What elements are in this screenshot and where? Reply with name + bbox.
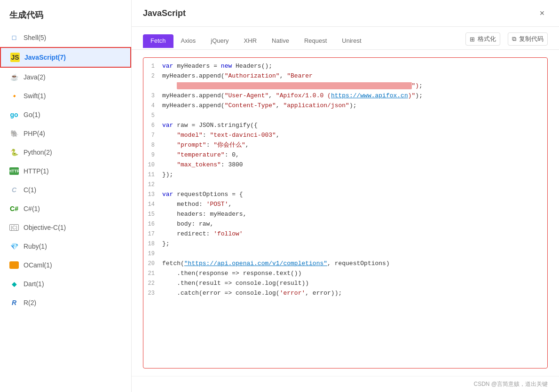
sidebar-item-objc[interactable]: |C| Objective-C(1) <box>0 218 131 237</box>
sidebar-item-swift[interactable]: 🔸 Swift(1) <box>0 86 131 105</box>
sidebar-item-python[interactable]: 🐍 Python(2) <box>0 143 131 162</box>
code-line-4: 4 myHeaders.append("Content-Type", "appl… <box>143 101 547 111</box>
go-icon: go <box>9 110 19 119</box>
ruby-icon: 💎 <box>9 242 19 251</box>
code-line-16: 16 body: raw, <box>143 220 547 229</box>
tab-fetch[interactable]: Fetch <box>143 34 173 48</box>
code-line-11: 11 }); <box>143 170 547 180</box>
tab-axios[interactable]: Axios <box>173 34 204 48</box>
tab-unirest[interactable]: Unirest <box>334 34 369 48</box>
code-line-8: 8 "prompt": "你会什么", <box>143 141 547 150</box>
shell-icon: □ <box>9 33 19 42</box>
tabs-actions: ⊞ 格式化 ⧉ 复制代码 <box>465 32 548 49</box>
javascript-icon: JS <box>10 53 20 62</box>
code-line-19: 19 <box>143 249 547 259</box>
code-line-12: 12 <box>143 180 547 190</box>
format-label: 格式化 <box>478 35 496 43</box>
code-line-15: 15 headers: myHeaders, <box>143 210 547 220</box>
format-icon: ⊞ <box>470 36 475 43</box>
sidebar-item-label: Shell(5) <box>24 34 46 41</box>
sidebar-item-r[interactable]: R R(2) <box>0 293 131 312</box>
sidebar-item-label: Go(1) <box>24 111 40 118</box>
tab-request[interactable]: Request <box>297 34 334 48</box>
sidebar-item-label: OCaml(1) <box>24 261 52 269</box>
sidebar-item-label: HTTP(1) <box>24 167 49 175</box>
sidebar-item-http[interactable]: HTTP HTTP(1) <box>0 162 131 180</box>
close-button[interactable]: × <box>536 8 548 19</box>
tab-jquery[interactable]: jQuery <box>203 34 236 48</box>
code-line-10: 10 "max_tokens": 3800 <box>143 160 547 170</box>
sidebar-item-label: Ruby(1) <box>24 243 47 250</box>
code-line-21: 21 .then(response => response.text()) <box>143 269 547 279</box>
sidebar-item-csharp[interactable]: C# C#(1) <box>0 199 131 218</box>
copy-icon: ⧉ <box>512 35 516 43</box>
sidebar-item-javascript[interactable]: JS JavaScript(7) <box>0 47 131 68</box>
csharp-icon: C# <box>9 204 19 213</box>
footer-text: CSDN @言简意赅，道出关键 <box>473 381 548 387</box>
footer: CSDN @言简意赅，道出关键 <box>132 376 559 392</box>
code-box: 1 var myHeaders = new Headers(); 2 myHea… <box>143 57 548 368</box>
sidebar-item-label: R(2) <box>24 299 36 306</box>
c-icon: C <box>9 185 19 195</box>
copy-label: 复制代码 <box>519 35 543 43</box>
sidebar-item-label: Dart(1) <box>24 280 44 288</box>
code-line-2: 2 myHeaders.append("Authorization", "Bea… <box>143 71 547 81</box>
main-panel: JavaScript × Fetch Axios jQuery XHR Nati… <box>132 0 559 392</box>
sidebar-item-php[interactable]: 🐘 PHP(4) <box>0 124 131 143</box>
sidebar-item-label: Java(2) <box>24 73 46 81</box>
sidebar: 生成代码 □ Shell(5) JS JavaScript(7) ☕ Java(… <box>0 0 132 392</box>
code-content: 1 var myHeaders = new Headers(); 2 myHea… <box>143 58 547 302</box>
sidebar-item-label: Python(2) <box>24 149 52 156</box>
tab-xhr[interactable]: XHR <box>236 34 264 48</box>
code-line-13: 13 var requestOptions = { <box>143 190 547 200</box>
main-header: JavaScript × <box>132 0 559 27</box>
sidebar-item-label: Objective-C(1) <box>24 224 66 231</box>
http-icon: HTTP <box>9 166 19 176</box>
sidebar-item-go[interactable]: go Go(1) <box>0 105 131 124</box>
sidebar-title: 生成代码 <box>0 9 131 28</box>
code-line-17: 17 redirect: 'follow' <box>143 229 547 239</box>
tab-native[interactable]: Native <box>264 34 297 48</box>
tabs-left: Fetch Axios jQuery XHR Native Request Un… <box>143 34 369 47</box>
sidebar-item-label: PHP(4) <box>24 130 45 137</box>
python-icon: 🐍 <box>9 148 19 157</box>
sidebar-item-dart[interactable]: ◆ Dart(1) <box>0 274 131 293</box>
swift-icon: 🔸 <box>9 91 19 101</box>
code-line-14: 14 method: 'POST', <box>143 200 547 210</box>
objc-icon: |C| <box>9 223 19 232</box>
code-container: 1 var myHeaders = new Headers(); 2 myHea… <box>132 50 559 376</box>
code-line-2b: ████████████████████████████████████████… <box>143 81 547 91</box>
r-icon: R <box>9 298 19 307</box>
sidebar-item-label: C(1) <box>24 186 36 194</box>
ocaml-icon <box>9 260 19 270</box>
sidebar-item-shell[interactable]: □ Shell(5) <box>0 28 131 47</box>
code-line-22: 22 .then(result => console.log(result)) <box>143 279 547 289</box>
java-icon: ☕ <box>9 72 19 82</box>
sidebar-item-c[interactable]: C C(1) <box>0 180 131 199</box>
sidebar-item-label: Swift(1) <box>24 92 46 100</box>
sidebar-item-label: JavaScript(7) <box>24 54 66 61</box>
tabs-bar: Fetch Axios jQuery XHR Native Request Un… <box>132 27 559 50</box>
code-line-20: 20 fetch("https://api.openai.com/v1/comp… <box>143 259 547 269</box>
sidebar-item-label: C#(1) <box>24 205 40 212</box>
code-line-23: 23 .catch(error => console.log('error', … <box>143 289 547 298</box>
code-line-7: 7 "model": "text-davinci-003", <box>143 131 547 141</box>
code-line-18: 18 }; <box>143 239 547 249</box>
main-title: JavaScript <box>143 8 186 18</box>
sidebar-item-ocaml[interactable]: OCaml(1) <box>0 256 131 274</box>
copy-button[interactable]: ⧉ 复制代码 <box>508 32 548 46</box>
code-line-3: 3 myHeaders.append("User-Agent", "Apifox… <box>143 91 547 101</box>
sidebar-item-ruby[interactable]: 💎 Ruby(1) <box>0 237 131 256</box>
code-line-5: 5 <box>143 111 547 121</box>
sidebar-item-java[interactable]: ☕ Java(2) <box>0 68 131 86</box>
php-icon: 🐘 <box>9 129 19 138</box>
format-button[interactable]: ⊞ 格式化 <box>465 32 500 46</box>
code-line-9: 9 "temperature": 0, <box>143 150 547 160</box>
code-line-6: 6 var raw = JSON.stringify({ <box>143 121 547 131</box>
dart-icon: ◆ <box>9 279 19 289</box>
code-line-1: 1 var myHeaders = new Headers(); <box>143 62 547 71</box>
